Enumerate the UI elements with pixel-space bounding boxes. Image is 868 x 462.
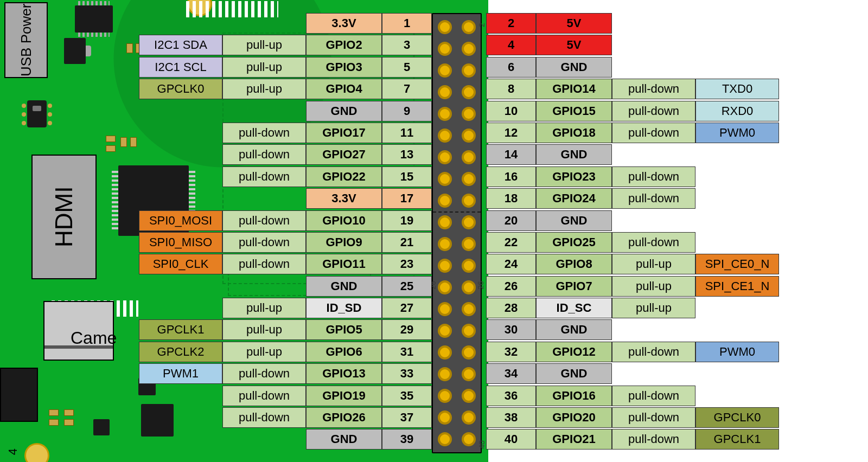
pin-number: 38	[486, 407, 536, 428]
header-pin-row	[433, 125, 481, 146]
pin-row-left: pull-downGPIO2637	[139, 407, 432, 428]
pad-icon	[64, 409, 74, 416]
pin-name: GPIO26	[306, 407, 382, 428]
pin-row-right: 18GPIO24pull-down	[486, 188, 779, 209]
pin-pull: pull-up	[612, 254, 695, 274]
pin-name: GPIO11	[306, 254, 382, 274]
pin-name: GND	[536, 144, 612, 165]
pin-row-right: 14GND	[486, 144, 779, 165]
pin-row-left: GND9	[139, 101, 432, 121]
pin-name: GPIO9	[306, 232, 382, 253]
pin-row-right: 25V	[486, 13, 779, 34]
pin-hole-icon	[462, 389, 476, 403]
header-pin-row	[433, 363, 481, 385]
pin-number: 27	[382, 298, 432, 318]
pad-icon	[106, 145, 116, 152]
pin-row-left: SPI0_MOSIpull-downGPIO1019	[139, 210, 432, 231]
pin-name: GND	[536, 57, 612, 78]
pin-func: I2C1 SDA	[139, 35, 222, 55]
pin-hole-icon	[438, 345, 452, 360]
pin-row-left: GPCLK2pull-upGPIO631	[139, 342, 432, 362]
pin-name: GPIO17	[306, 123, 382, 143]
pin-number: 30	[486, 319, 536, 340]
pin-hole-icon	[462, 280, 476, 294]
audio-jack-icon	[0, 368, 38, 422]
pin-pull: pull-down	[222, 123, 306, 143]
pin-number: 24	[486, 254, 536, 274]
pin-row-right: 8GPIO14pull-downTXD0	[486, 79, 779, 99]
pin-hole-icon	[462, 107, 476, 121]
pin-number: 29	[382, 319, 432, 340]
pin-func: PWM0	[695, 123, 779, 143]
pin-number: 12	[486, 123, 536, 143]
pin-row-right: 34GND	[486, 363, 779, 384]
chip-icon	[93, 419, 110, 435]
pin-row-right: 22GPIO25pull-down	[486, 232, 779, 253]
pin-name: 3.3V	[306, 188, 382, 209]
pin-pull: pull-up	[222, 342, 306, 362]
pin-number: 34	[486, 363, 536, 384]
pin-hole-icon	[438, 302, 452, 316]
pin-name: GPIO21	[536, 429, 612, 450]
pin-number: 11	[382, 123, 432, 143]
header-pin-row	[433, 38, 481, 60]
pad-icon	[130, 137, 137, 147]
pin-row-right: 30GND	[486, 319, 779, 340]
pin-number: 8	[486, 79, 536, 99]
pin-func: SPI_CE0_N	[695, 254, 779, 274]
pin-name: GPIO18	[536, 123, 612, 143]
pin-row-left: PWM1pull-downGPIO1333	[139, 363, 432, 384]
pin-number: 16	[486, 166, 536, 187]
pin-row-right: 36GPIO16pull-down	[486, 386, 779, 406]
pin-hole-icon	[462, 172, 476, 186]
pin-row-right: 6GND	[486, 57, 779, 78]
pin-hole-icon	[462, 150, 476, 164]
pin-hole-icon	[462, 302, 476, 316]
pin-number: 20	[486, 210, 536, 231]
pin-hole-icon	[462, 432, 476, 446]
pin-name: GPIO22	[306, 166, 382, 187]
pin-name: GPIO7	[536, 276, 612, 297]
pin-hole-icon	[462, 367, 476, 381]
pin-func: GPCLK1	[139, 319, 222, 340]
pin-number: 19	[382, 210, 432, 231]
pin-pull: pull-up	[612, 298, 695, 318]
pin-row-right: 20GND	[486, 210, 779, 231]
pin-hole-icon	[438, 63, 452, 78]
pin-number: 28	[486, 298, 536, 318]
pin-labels-right: 25V45V6GND8GPIO14pull-downTXD010GPIO15pu…	[486, 13, 779, 451]
pin-number: 9	[382, 101, 432, 121]
header-pin-row	[433, 81, 481, 103]
pin-pull: pull-down	[612, 79, 695, 99]
pin-pull: pull-up	[222, 298, 306, 318]
pin-row-right: 26GPIO7pull-upSPI_CE1_N	[486, 276, 779, 297]
pin-name: GPIO3	[306, 57, 382, 78]
pin-func: SPI0_MOSI	[139, 210, 222, 231]
pin-name: GPIO23	[536, 166, 612, 187]
pin-row-right: 45V	[486, 35, 779, 55]
pin-func: PWM1	[139, 363, 222, 384]
pin-number: 26	[486, 276, 536, 297]
pin-name: GPIO12	[536, 342, 612, 362]
pin-number: 40	[486, 429, 536, 450]
pin-name: GPIO20	[536, 407, 612, 428]
pin-row-right: 40GPIO21pull-downGPCLK1	[486, 429, 779, 450]
pin-hole-icon	[438, 42, 452, 56]
camera-label: Came	[71, 328, 117, 348]
header-pin-row	[433, 428, 481, 450]
pad-icon	[120, 137, 127, 147]
pin-pull: pull-down	[612, 407, 695, 428]
header-pin-row	[433, 407, 481, 428]
pin-hole-icon	[438, 215, 452, 229]
pin-number: 13	[382, 144, 432, 165]
pin-hole-icon	[438, 237, 452, 251]
header-pin-row	[433, 277, 481, 298]
mounting-hole-icon	[24, 443, 49, 462]
pin-row-left: GPCLK1pull-upGPIO529	[139, 319, 432, 340]
page-number: 4	[6, 448, 20, 455]
pin-hole-icon	[438, 410, 452, 425]
pin-name: GPIO13	[306, 363, 382, 384]
pin-pull: pull-down	[222, 254, 306, 274]
pin-hole-icon	[438, 194, 452, 208]
pin-number: 22	[486, 232, 536, 253]
